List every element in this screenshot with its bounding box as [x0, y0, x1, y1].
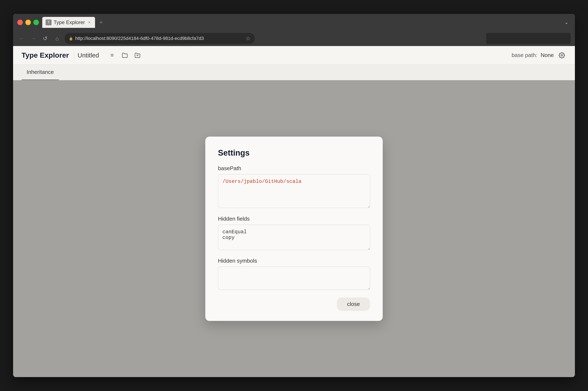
open-folder-icon[interactable] [120, 51, 129, 60]
home-icon: ⌂ [55, 35, 59, 42]
extensions-bar [486, 33, 571, 44]
hidden-symbols-group: Hidden symbols [218, 258, 370, 290]
base-path-input[interactable]: /Users/jpablo/GitHub/scala [218, 174, 370, 208]
fullscreen-traffic-light[interactable] [33, 20, 39, 25]
url-display: http://localhost:8090/225d4184-6df0-478d… [75, 36, 243, 41]
bookmark-icon[interactable]: ☆ [246, 35, 250, 42]
hidden-fields-group: Hidden fields canEqual copy [218, 215, 370, 250]
reload-icon: ↺ [43, 35, 47, 42]
extensions-area [258, 33, 571, 44]
hidden-fields-form-label: Hidden fields [218, 215, 370, 222]
minimize-traffic-light[interactable] [25, 20, 31, 25]
content-tabs: Inheritance [13, 65, 575, 80]
list-icon[interactable]: ≡ [108, 51, 117, 60]
header-right: base path: None [512, 51, 567, 60]
settings-button[interactable] [557, 51, 567, 60]
hidden-fields-input[interactable]: canEqual copy [218, 225, 370, 250]
hidden-symbols-form-label: Hidden symbols [218, 258, 370, 264]
back-button[interactable]: ← [17, 34, 26, 43]
address-bar: ← → ↺ ⌂ 🔒 http://localhost:8090/225d4184… [13, 31, 575, 46]
address-input-container[interactable]: 🔒 http://localhost:8090/225d4184-6df0-47… [65, 33, 255, 44]
app-header: Type Explorer Untitled ≡ base path: [13, 46, 575, 65]
title-bar: T Type Explorer × + ⌄ [13, 14, 575, 31]
traffic-lights [17, 20, 39, 25]
active-tab[interactable]: T Type Explorer × [42, 17, 95, 28]
save-folder-icon[interactable] [133, 51, 142, 60]
tab-favicon: T [46, 19, 52, 25]
app-title: Type Explorer [21, 51, 69, 59]
base-path-group: basePath /Users/jpablo/GitHub/scala [218, 165, 370, 208]
close-traffic-light[interactable] [17, 20, 23, 25]
base-path-value: None [541, 52, 554, 59]
lock-icon: 🔒 [69, 36, 73, 41]
reload-button[interactable]: ↺ [41, 34, 49, 43]
back-icon: ← [19, 35, 24, 42]
home-button[interactable]: ⌂ [53, 34, 61, 43]
modal-title: Settings [218, 148, 370, 158]
tab-bar: T Type Explorer × + ⌄ [42, 17, 571, 28]
base-path-label: base path: [512, 52, 537, 59]
settings-modal: Settings basePath /Users/jpablo/GitHub/s… [205, 137, 383, 321]
forward-button[interactable]: → [29, 34, 38, 43]
modal-footer: close [218, 297, 370, 311]
tab-title: Type Explorer [54, 19, 85, 25]
new-tab-button[interactable]: + [97, 18, 105, 27]
tab-menu-button[interactable]: ⌄ [562, 18, 571, 27]
tab-close-button[interactable]: × [87, 20, 92, 25]
toolbar-icons: ≡ [108, 51, 142, 60]
hidden-symbols-input[interactable] [218, 267, 370, 290]
document-name[interactable]: Untitled [74, 52, 103, 59]
browser-window: T Type Explorer × + ⌄ ← → ↺ ⌂ 🔒 http://l… [13, 14, 575, 377]
modal-overlay[interactable]: Settings basePath /Users/jpablo/GitHub/s… [13, 80, 575, 377]
close-button[interactable]: close [337, 297, 370, 311]
app-content: Type Explorer Untitled ≡ base path: [13, 46, 575, 377]
svg-point-0 [561, 54, 563, 56]
forward-icon: → [31, 35, 36, 42]
tab-inheritance[interactable]: Inheritance [21, 65, 59, 80]
main-area: Settings basePath /Users/jpablo/GitHub/s… [13, 80, 575, 377]
base-path-form-label: basePath [218, 165, 370, 172]
